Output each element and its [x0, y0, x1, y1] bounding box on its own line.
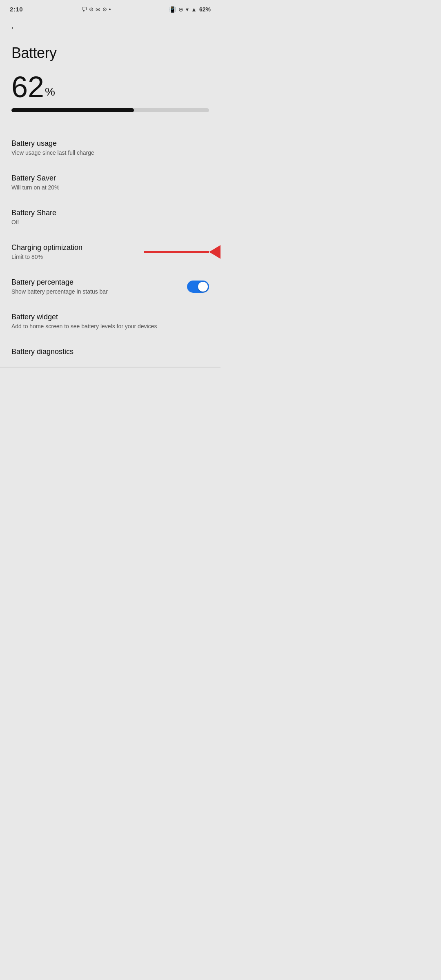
status-right: 📳 ⊖ ▾ ▲ 62%: [169, 6, 211, 13]
toggle-knob: [198, 282, 208, 292]
blocked-icon: ⊘: [89, 6, 94, 12]
status-time: 2:10: [10, 6, 23, 13]
message-icon: ✉: [96, 6, 100, 13]
battery-percentage-toggle[interactable]: [187, 281, 209, 293]
battery-level-section: 62 %: [0, 68, 220, 122]
battery-percentage-item[interactable]: Battery percentage Show battery percenta…: [0, 269, 220, 304]
battery-share-subtitle: Off: [11, 219, 209, 225]
battery-diagnostics-title: Battery diagnostics: [11, 347, 209, 356]
arrow-annotation: [144, 245, 220, 259]
vibrate-icon: 📳: [169, 6, 176, 13]
battery-progress-fill: [11, 108, 134, 112]
status-icons: 🗩 ⊘ ✉ ⊘ •: [81, 6, 111, 13]
wifi-icon: ▾: [186, 6, 189, 13]
battery-share-item[interactable]: Battery Share Off: [0, 200, 220, 234]
battery-percentage-toggle-container: [187, 281, 209, 293]
battery-progress-bar: [11, 108, 209, 112]
battery-percent-sign: %: [45, 86, 55, 98]
charging-optimization-item[interactable]: Charging optimization Limit to 80%: [0, 234, 220, 269]
notification-icon: 🗩: [81, 6, 87, 13]
dot-icon: •: [109, 6, 111, 13]
battery-share-title: Battery Share: [11, 209, 209, 217]
battery-widget-item[interactable]: Battery widget Add to home screen to see…: [0, 304, 220, 339]
battery-saver-item[interactable]: Battery Saver Will turn on at 20%: [0, 165, 220, 200]
battery-status: 62%: [199, 6, 211, 13]
battery-usage-subtitle: View usage since last full charge: [11, 149, 209, 156]
signal-icon: ▲: [191, 6, 197, 13]
back-arrow-icon: ←: [10, 22, 19, 33]
status-bar: 2:10 🗩 ⊘ ✉ ⊘ • 📳 ⊖ ▾ ▲ 62%: [0, 0, 220, 16]
battery-widget-title: Battery widget: [11, 313, 209, 321]
battery-widget-subtitle: Add to home screen to see battery levels…: [11, 323, 209, 330]
battery-usage-title: Battery usage: [11, 139, 209, 148]
battery-percentage-title: Battery percentage: [11, 278, 209, 287]
battery-percent-number: 62: [11, 72, 44, 102]
battery-percent-display: 62 %: [11, 72, 209, 102]
back-button[interactable]: ←: [0, 16, 220, 36]
dnd-icon: ⊖: [178, 6, 183, 13]
menu-list: Battery usage View usage since last full…: [0, 130, 220, 368]
battery-saver-subtitle: Will turn on at 20%: [11, 184, 209, 191]
arrow-line: [144, 251, 209, 253]
battery-usage-item[interactable]: Battery usage View usage since last full…: [0, 130, 220, 165]
arrow-head: [209, 245, 220, 259]
battery-percentage-subtitle: Show battery percentage in status bar: [11, 288, 209, 295]
battery-saver-title: Battery Saver: [11, 174, 209, 183]
battery-diagnostics-item[interactable]: Battery diagnostics: [0, 339, 220, 368]
blocked2-icon: ⊘: [102, 6, 107, 12]
page-title: Battery: [0, 36, 220, 68]
